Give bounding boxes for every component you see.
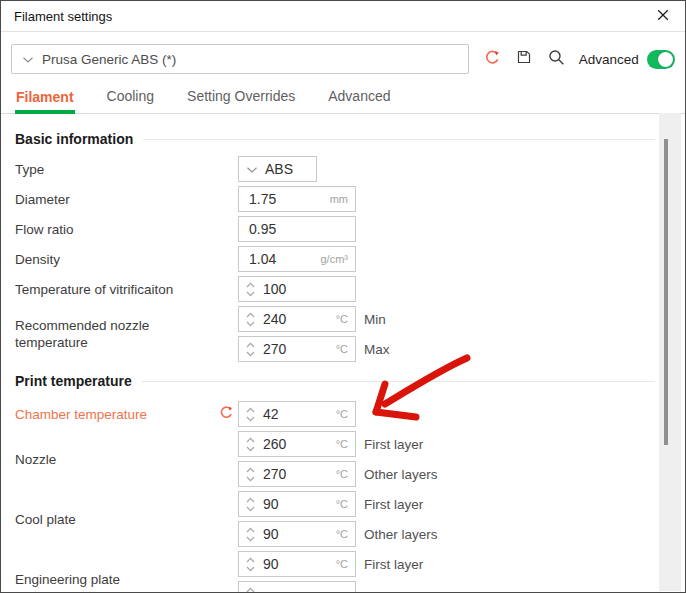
- setting-row: 90°COther layers: [238, 521, 438, 547]
- spin-down-button[interactable]: [246, 535, 255, 542]
- spinner-buttons: [243, 496, 258, 512]
- spin-up-button[interactable]: [246, 406, 255, 413]
- scrollbar-thumb[interactable]: [664, 139, 668, 445]
- spin-up-button[interactable]: [246, 586, 255, 593]
- spinner-buttons: [243, 341, 258, 357]
- unit-label: °C: [336, 468, 355, 480]
- setting-row: 90°CFirst layer: [238, 551, 423, 577]
- row-suffix-label: Other layers: [364, 527, 438, 542]
- setting-group: Nozzle260°CFirst layer270°COther layers: [15, 431, 685, 487]
- spin-up-button[interactable]: [246, 496, 255, 503]
- setting-row: 260°CFirst layer: [238, 431, 438, 457]
- setting-group: TypeABS: [15, 156, 685, 182]
- spin-up-button[interactable]: [246, 436, 255, 443]
- spinner-input[interactable]: 90°C: [238, 551, 356, 577]
- setting-label-cell: Density: [15, 251, 238, 268]
- setting-rows: 100: [238, 276, 356, 302]
- close-button[interactable]: [654, 7, 672, 25]
- text-input[interactable]: 1.75mm: [238, 186, 356, 212]
- row-suffix-label: First layer: [364, 497, 423, 512]
- spin-down-button[interactable]: [246, 475, 255, 482]
- setting-row: 1.04g/cm³: [238, 246, 356, 272]
- spinner-input[interactable]: 42°C: [238, 401, 356, 427]
- setting-label: Chamber temperature: [15, 406, 147, 423]
- setting-row: 270°CMax: [238, 336, 390, 362]
- preset-select[interactable]: Prusa Generic ABS (*): [11, 44, 469, 74]
- spin-down-button[interactable]: [246, 320, 255, 327]
- setting-rows: 90°CFirst layer90°COther layers: [238, 491, 438, 547]
- spinner-buttons: [243, 526, 258, 542]
- input-value: 90: [263, 526, 279, 542]
- setting-label-cell: Chamber temperature: [15, 405, 238, 424]
- tab-cooling[interactable]: Cooling: [106, 82, 155, 113]
- tab-setting-overrides[interactable]: Setting Overrides: [186, 82, 296, 113]
- text-input[interactable]: 1.04g/cm³: [238, 246, 356, 272]
- setting-label-cell: Cool plate: [15, 511, 238, 528]
- spinner-buttons: [243, 311, 258, 327]
- spinner-buttons: [243, 436, 258, 452]
- unit-label: °C: [336, 498, 355, 510]
- setting-rows: 90°CFirst layer: [238, 551, 423, 593]
- text-input[interactable]: 0.95: [238, 216, 356, 242]
- spinner-input[interactable]: 260°C: [238, 431, 356, 457]
- input-value: 42: [263, 406, 279, 422]
- section-title: Print temperature: [15, 372, 132, 391]
- unit-label: °C: [336, 528, 355, 540]
- revert-preset-button[interactable]: [484, 49, 501, 70]
- spin-down-button[interactable]: [246, 445, 255, 452]
- input-value: 240: [263, 311, 286, 327]
- section-divider: [142, 381, 655, 382]
- spin-up-button[interactable]: [246, 466, 255, 473]
- settings-section: Print temperatureChamber temperature42°C…: [15, 372, 685, 593]
- spin-up-button[interactable]: [246, 556, 255, 563]
- spinner-input[interactable]: 90°C: [238, 521, 356, 547]
- tab-bar: Filament Cooling Setting Overrides Advan…: [1, 82, 685, 114]
- setting-group: Recommended nozzle temperature240°CMin27…: [15, 306, 685, 362]
- section-header: Basic information: [15, 130, 655, 149]
- setting-label: Density: [15, 251, 60, 268]
- preset-bar: Prusa Generic ABS (*): [1, 32, 685, 74]
- spinner-input[interactable]: 90°C: [238, 491, 356, 517]
- setting-label: Diameter: [15, 191, 70, 208]
- row-suffix-label: Other layers: [364, 467, 438, 482]
- scrollbar[interactable]: [659, 113, 681, 591]
- spinner-input[interactable]: 270°C: [238, 336, 356, 362]
- setting-label: Recommended nozzle temperature: [15, 317, 211, 351]
- spinner-input[interactable]: [238, 581, 356, 593]
- spin-down-button[interactable]: [246, 415, 255, 422]
- unit-label: °C: [336, 313, 355, 325]
- setting-label: Engineering plate: [15, 571, 120, 588]
- input-value: 90: [263, 556, 279, 572]
- input-value: 270: [263, 341, 286, 357]
- setting-rows: 0.95: [238, 216, 356, 242]
- setting-row: 270°COther layers: [238, 461, 438, 487]
- spin-down-button[interactable]: [246, 505, 255, 512]
- tab-advanced[interactable]: Advanced: [327, 82, 391, 113]
- tab-filament[interactable]: Filament: [15, 83, 75, 114]
- spin-down-button[interactable]: [246, 290, 255, 297]
- spinner-input[interactable]: 270°C: [238, 461, 356, 487]
- spin-up-button[interactable]: [246, 341, 255, 348]
- spin-up-button[interactable]: [246, 281, 255, 288]
- spin-down-button[interactable]: [246, 350, 255, 357]
- input-value: 90: [263, 496, 279, 512]
- setting-row: 90°CFirst layer: [238, 491, 438, 517]
- save-preset-button[interactable]: [516, 49, 532, 69]
- spinner-input[interactable]: 100: [238, 276, 356, 302]
- type-select[interactable]: ABS: [238, 156, 317, 182]
- spin-up-button[interactable]: [246, 311, 255, 318]
- setting-label-cell: Temperature of vitrificaiton: [15, 281, 238, 298]
- advanced-label: Advanced: [579, 52, 639, 67]
- settings-panel: Basic informationTypeABSDiameter1.75mmFl…: [1, 130, 685, 593]
- window-title: Filament settings: [14, 9, 112, 24]
- spin-down-button[interactable]: [246, 565, 255, 572]
- setting-group: Engineering plate90°CFirst layer: [15, 551, 685, 593]
- search-preset-button[interactable]: [547, 48, 566, 71]
- advanced-toggle[interactable]: [647, 50, 675, 69]
- revert-field-button[interactable]: [219, 405, 234, 424]
- setting-label: Nozzle: [15, 451, 56, 468]
- spinner-input[interactable]: 240°C: [238, 306, 356, 332]
- spin-up-button[interactable]: [246, 526, 255, 533]
- row-suffix-label: Min: [364, 312, 386, 327]
- unit-label: °C: [336, 343, 355, 355]
